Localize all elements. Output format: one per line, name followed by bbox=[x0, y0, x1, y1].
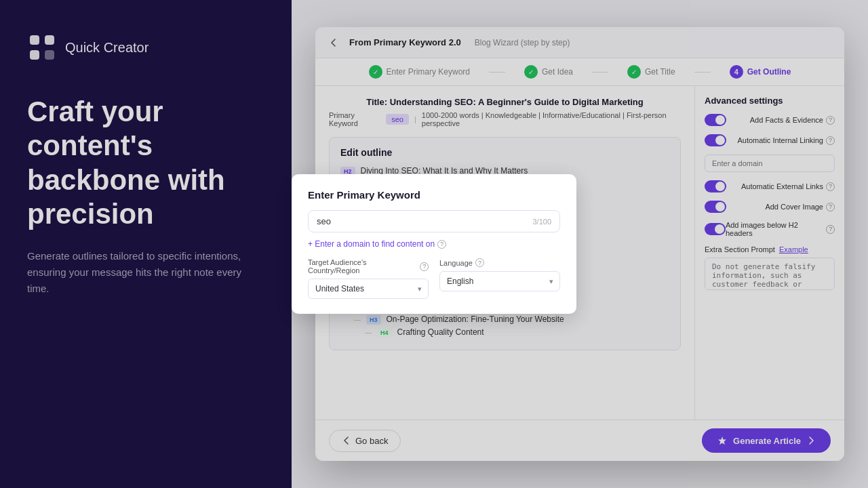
popup-audience-info: ? bbox=[420, 262, 429, 271]
popup-language-select[interactable]: English bbox=[439, 271, 560, 291]
popup-language-field: Language ? English bbox=[439, 258, 560, 291]
popup-audience-label: Target Audience's Country/Region ? bbox=[315, 258, 429, 274]
app-window: From Primary Keyword 2.0 Blog Wizard (st… bbox=[315, 27, 844, 461]
popup-input-value: seo bbox=[317, 216, 331, 226]
popup-input-wrap: seo 3/100 bbox=[315, 210, 560, 232]
right-panel: From Primary Keyword 2.0 Blog Wizard (st… bbox=[292, 0, 868, 488]
popup-domain-info: ? bbox=[437, 240, 446, 249]
popup-audience-select-wrap: United States bbox=[315, 279, 429, 299]
popup-dialog: Enter Primary Keyword seo 3/100 + Enter … bbox=[315, 174, 576, 314]
popup-audience-field: Target Audience's Country/Region ? Unite… bbox=[315, 258, 429, 299]
popup-audience-select[interactable]: United States bbox=[315, 279, 429, 299]
popup-domain-link-text: + Enter a domain to find content on bbox=[315, 239, 435, 249]
popup-fields-row: Target Audience's Country/Region ? Unite… bbox=[315, 258, 560, 299]
popup-language-select-wrap: English bbox=[439, 271, 560, 291]
popup-domain-link[interactable]: + Enter a domain to find content on ? bbox=[315, 239, 560, 249]
popup-overlay: Enter Primary Keyword seo 3/100 + Enter … bbox=[315, 27, 844, 461]
popup-language-info: ? bbox=[475, 258, 484, 267]
popup-title: Enter Primary Keyword bbox=[315, 189, 560, 201]
popup-language-label: Language ? bbox=[439, 258, 560, 267]
popup-count: 3/100 bbox=[532, 218, 551, 226]
